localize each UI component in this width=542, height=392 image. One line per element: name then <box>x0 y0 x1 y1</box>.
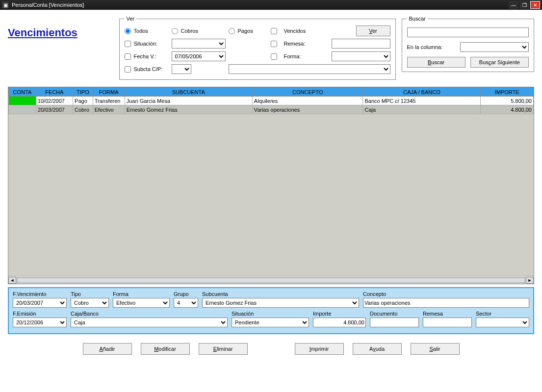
ver-button[interactable]: Ver <box>356 25 390 36</box>
subcta-select[interactable] <box>229 64 390 74</box>
situacion-field[interactable]: Pendiente <box>232 318 309 327</box>
check-remesa-label: Remesa: <box>284 41 306 47</box>
titlebar: ▣ PersonalConta [Vencimientos] — ❐ ✕ <box>0 0 542 10</box>
col-conta[interactable]: CONTA <box>9 88 36 97</box>
buscar-col-select[interactable] <box>460 42 529 52</box>
fecha-select[interactable]: 07/05/2006 <box>172 51 226 61</box>
label-grupo: Grupo <box>174 291 198 297</box>
eliminar-button[interactable]: Eliminar <box>199 343 248 355</box>
check-forma[interactable] <box>271 53 277 60</box>
concepto-field[interactable] <box>363 298 529 308</box>
buscar-group: Buscar En la columna: Buscar Buscar Sigu… <box>402 16 534 72</box>
cell-tipo: Pago <box>73 97 93 105</box>
grid-empty-area <box>8 114 534 276</box>
check-subcta[interactable] <box>125 66 131 73</box>
page-title: Vencimientos <box>8 16 113 39</box>
check-situacion-label: Situación: <box>134 41 157 47</box>
col-tipo[interactable]: TIPO <box>73 88 93 97</box>
modificar-button[interactable]: Modificar <box>141 343 190 355</box>
tipo-field[interactable]: Cobro <box>71 298 109 308</box>
action-bar: Añadir Modificar Eliminar Imprimir Ayuda… <box>8 343 534 355</box>
check-fecha-label: Fecha V.: <box>134 53 156 59</box>
table-row[interactable]: 10/02/2007 Pago Transferen Juan Garcia M… <box>9 97 534 105</box>
check-vencidos-label: Vencidos <box>284 28 306 34</box>
app-icon: ▣ <box>2 1 9 8</box>
close-button[interactable]: ✕ <box>530 1 540 9</box>
buscar-button[interactable]: Buscar <box>407 57 465 68</box>
cell-conta <box>9 105 36 114</box>
sector-field[interactable] <box>476 318 529 327</box>
label-fvenc: F.Vencimiento <box>13 291 67 297</box>
label-sector: Sector <box>476 311 529 317</box>
radio-todos[interactable] <box>125 28 131 34</box>
table-row[interactable]: 20/03/2007 Cobro Efectivo Ernesto Gomez … <box>9 105 534 114</box>
fvenc-field[interactable]: 20/03/2007 <box>13 298 67 308</box>
radio-cobros[interactable] <box>172 28 178 34</box>
radio-pagos-label: Pagos <box>238 28 253 34</box>
col-importe[interactable]: IMPORTE <box>481 88 534 97</box>
cell-caja: Caja <box>363 105 481 114</box>
minimize-button[interactable]: — <box>509 1 518 9</box>
buscar-col-label: En la columna: <box>407 44 456 50</box>
documento-field[interactable] <box>370 318 419 327</box>
cell-fecha: 20/03/2007 <box>36 105 73 114</box>
maximize-button[interactable]: ❐ <box>519 1 529 9</box>
forma-field[interactable]: Efectivo <box>113 298 170 308</box>
label-remesa: Remesa <box>423 311 472 317</box>
label-situacion: Situación <box>232 311 309 317</box>
ayuda-button[interactable]: Ayuda <box>353 343 402 355</box>
anadir-button[interactable]: Añadir <box>83 343 132 355</box>
grupo-field[interactable]: 4 <box>174 298 198 308</box>
label-caja: Caja/Banco <box>71 311 228 317</box>
label-femision: F.Emisión <box>13 311 67 317</box>
buscar-input[interactable] <box>407 27 529 37</box>
label-subcuenta: Subcuenta <box>202 291 359 297</box>
remesa-field[interactable] <box>423 318 472 327</box>
col-fecha[interactable]: FECHA <box>36 88 73 97</box>
radio-cobros-label: Cobros <box>181 28 198 34</box>
check-situacion[interactable] <box>125 41 131 47</box>
horizontal-scrollbar[interactable]: ◄ ► <box>8 276 534 284</box>
check-vencidos[interactable] <box>271 28 277 34</box>
window-title: PersonalConta [Vencimientos] <box>12 2 509 8</box>
detail-panel: F.Vencimiento 20/03/2007 Tipo Cobro Form… <box>8 287 534 334</box>
cell-tipo: Cobro <box>73 105 93 114</box>
col-concepto[interactable]: CONCEPTO <box>252 88 363 97</box>
check-remesa[interactable] <box>271 41 277 47</box>
cell-subcuenta: Juan Garcia Mesa <box>125 97 252 105</box>
cell-concepto: Alquileres <box>252 97 363 105</box>
label-documento: Documento <box>370 311 419 317</box>
check-subcta-label: Subcta C/P: <box>134 66 163 72</box>
remesa-input[interactable] <box>332 39 390 49</box>
cell-importe: 4.800,00 <box>481 105 534 114</box>
femision-field[interactable]: 20/12/2006 <box>13 318 67 327</box>
scroll-right-icon[interactable]: ► <box>526 277 534 284</box>
col-subcuenta[interactable]: SUBCUENTA <box>125 88 252 97</box>
check-fecha[interactable] <box>125 53 131 60</box>
ver-legend: Ver <box>125 16 137 22</box>
imprimir-button[interactable]: Imprimir <box>295 343 344 355</box>
scroll-left-icon[interactable]: ◄ <box>8 277 16 284</box>
radio-todos-label: Todos <box>134 28 148 34</box>
label-forma: Forma <box>113 291 170 297</box>
cell-concepto: Varias operaciones <box>252 105 363 114</box>
radio-pagos[interactable] <box>229 28 235 34</box>
col-forma[interactable]: FORMA <box>93 88 125 97</box>
label-importe: Importe <box>313 311 366 317</box>
label-concepto: Concepto <box>363 291 529 297</box>
subcuenta-field[interactable]: Ernesto Gomez Frias <box>202 298 359 308</box>
importe-field[interactable] <box>313 318 366 327</box>
caja-field[interactable]: Caja <box>71 318 228 327</box>
scroll-thumb[interactable] <box>17 277 525 283</box>
cell-caja: Banco MPC c/ 12345 <box>363 97 481 105</box>
col-caja[interactable]: CAJA / BANCO <box>363 88 481 97</box>
cell-conta <box>9 97 36 105</box>
buscar-legend: Buscar <box>407 16 428 22</box>
situacion-select[interactable] <box>172 39 226 49</box>
cell-importe: 5.800,00 <box>481 97 534 105</box>
salir-button[interactable]: Salir <box>411 343 460 355</box>
grid-header-row: CONTA FECHA TIPO FORMA SUBCUENTA CONCEPT… <box>9 88 534 97</box>
subcta-group-select[interactable] <box>172 64 191 74</box>
buscar-siguiente-button[interactable]: Buscar Siguiente <box>470 57 529 68</box>
forma-select[interactable] <box>332 51 390 61</box>
